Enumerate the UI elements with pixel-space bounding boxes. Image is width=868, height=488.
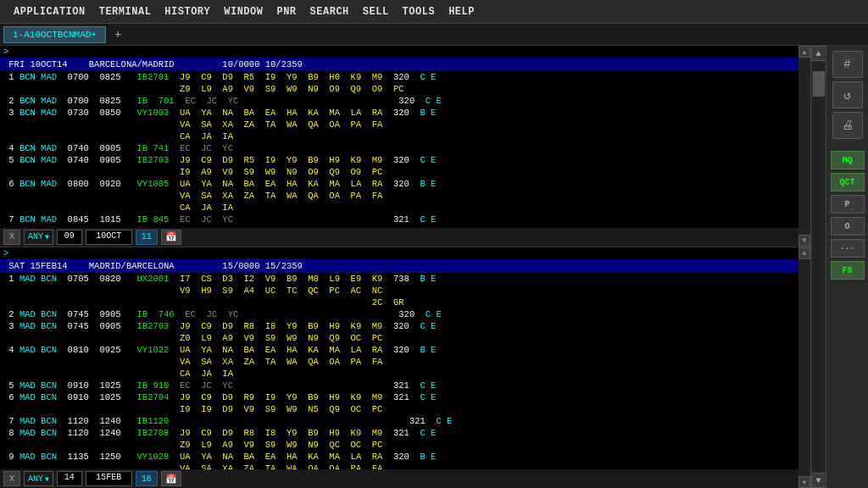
s2-line-3b: Z0 L9 A9 V9 S9 W9 N9 Q9 OC PC: [0, 332, 798, 344]
hashtag-icon[interactable]: #: [832, 51, 863, 78]
ellipsis-button[interactable]: ···: [831, 239, 865, 258]
section1-any-dropdown[interactable]: ANY ▼: [24, 230, 53, 245]
menu-pnr[interactable]: PNR: [270, 3, 303, 21]
section1-field2[interactable]: 11: [136, 230, 158, 245]
section2-prompt: >: [0, 247, 798, 259]
s2-line-6b: I9 I9 D9 V9 S9 W9 N5 Q9 OC PC: [0, 403, 798, 415]
s1-line-4: 4 BCN MAD 0740 0905 IB 741 EC JC YC: [0, 142, 798, 154]
p-button[interactable]: P: [831, 195, 865, 214]
print-icon[interactable]: 🖨: [832, 112, 863, 139]
section1-scrollbar[interactable]: ▲ ▼: [798, 46, 810, 247]
section2-date[interactable]: 15FEB: [86, 471, 132, 486]
menu-bar: APPLICATION TERMINAL HISTORY WINDOW PNR …: [0, 0, 868, 24]
section2-scroll-up[interactable]: ▲: [798, 247, 810, 259]
s2-line-9b: VA SA XA ZA TA WA QA OA PA FA: [0, 463, 798, 469]
scroll-down-button[interactable]: ▼: [811, 473, 826, 488]
section1-toolbar: X ANY ▼ 09 10OCT 11 📅: [0, 228, 798, 247]
fs-button[interactable]: FS: [831, 261, 865, 280]
section2-toolbar: X ANY ▼ 14 15FEB 16 📅: [0, 469, 798, 488]
s2-line-3: 3 MAD BCN 0745 0905 IB2703 J9 C9 D9 R8 I…: [0, 320, 798, 332]
tab-active[interactable]: 1-A10OCTBCNMAD+: [3, 26, 106, 43]
s1-line-6: 6 BCN MAD 0800 0920 VY1005 UA YA NA BA E…: [0, 178, 798, 190]
s1-line-3b: VA SA XA ZA TA WA QA OA PA FA: [0, 119, 798, 130]
s2-line-8b: Z9 L9 A9 V9 S9 W9 N9 QC OC PC: [0, 439, 798, 451]
s2-line-7: 7 MAD BCN 1120 1240 IB1120 321 C E: [0, 415, 798, 427]
section2-close-button[interactable]: X: [3, 471, 20, 486]
s2-line-5: 5 MAD BCN 0910 1025 IB 910 EC JC YC 321 …: [0, 380, 798, 391]
s2-line-6: 6 MAD BCN 0910 1025 IB2704 J9 C9 D9 R9 I…: [0, 391, 798, 403]
menu-terminal[interactable]: TERMINAL: [92, 3, 159, 21]
s1-line-6c: CA JA IA: [0, 202, 798, 214]
s2-line-8: 8 MAD BCN 1120 1240 IB2708 J9 C9 D9 R8 I…: [0, 427, 798, 439]
section2-any-dropdown[interactable]: ANY ▼: [24, 471, 53, 486]
s2-line-1: 1 MAD BCN 0705 0820 UX2001 I7 CS D3 I2 V…: [0, 273, 798, 285]
s2-line-1b: V9 H9 S9 A4 UC TC QC PC AC NC: [0, 285, 798, 297]
section1-close-button[interactable]: X: [3, 230, 20, 245]
section1-field1[interactable]: 09: [57, 230, 82, 245]
main-area: > FRI 10OCT14 BARCELONA/MADRID 10/0000 1…: [0, 46, 868, 488]
tab-add-button[interactable]: +: [108, 25, 128, 44]
menu-search[interactable]: SEARCH: [303, 3, 356, 21]
section2-field2[interactable]: 16: [136, 471, 158, 486]
section1-scroll-up[interactable]: ▲: [798, 46, 810, 58]
o-button[interactable]: O: [831, 217, 865, 236]
s1-line-1: 1 BCN MAD 0700 0825 IB2701 J9 C9 D9 R5 I…: [0, 71, 798, 83]
section1-scroll-down[interactable]: ▼: [798, 235, 810, 247]
mq-button[interactable]: MQ: [831, 151, 865, 169]
section1-header: FRI 10OCT14 BARCELONA/MADRID 10/0000 10/…: [0, 58, 798, 71]
section2-cal-button[interactable]: 📅: [161, 471, 181, 486]
s2-line-2: 2 MAD BCN 0745 0905 IB 746 EC JC YC 320 …: [0, 308, 798, 320]
content-area: > FRI 10OCT14 BARCELONA/MADRID 10/0000 1…: [0, 46, 810, 488]
menu-window[interactable]: WINDOW: [217, 3, 270, 21]
section2-header: SAT 15FEB14 MADRID/BARCELONA 15/0000 15/…: [0, 259, 798, 273]
section2-field1[interactable]: 14: [57, 471, 82, 486]
side-panel: # ↺ 🖨 MQ QCT P O ··· FS: [826, 46, 868, 488]
s2-line-1c: 2C GR: [0, 297, 798, 308]
section2-scroll-down[interactable]: ▼: [798, 476, 810, 488]
s2-line-4b: VA SA XA ZA TA WA QA OA PA FA: [0, 356, 798, 368]
s1-line-5b: I9 A9 V9 S9 W9 N9 O9 Q9 O9 PC: [0, 166, 798, 178]
s1-line-5: 5 BCN MAD 0740 0905 IB2703 J9 C9 D9 R5 I…: [0, 154, 798, 166]
s2-line-9: 9 MAD BCN 1135 1250 VY1028 UA YA NA BA E…: [0, 451, 798, 463]
menu-help[interactable]: HELP: [442, 3, 481, 21]
s2-line-4c: CA JA IA: [0, 368, 798, 380]
menu-sell[interactable]: SELL: [356, 3, 396, 21]
s2-line-4: 4 MAD BCN 0810 0925 VY1022 UA YA NA BA E…: [0, 344, 798, 356]
scroll-track[interactable]: [813, 63, 825, 471]
main-scrollbar[interactable]: ▲ ▼: [810, 46, 826, 488]
s1-line-3c: CA JA IA: [0, 130, 798, 142]
s1-line-1b: Z9 L9 A9 V9 S9 W9 N9 O9 Q9 O9 PC: [0, 83, 798, 95]
section1-date[interactable]: 10OCT: [86, 230, 132, 245]
scroll-up-button[interactable]: ▲: [811, 46, 826, 61]
section1-cal-button[interactable]: 📅: [161, 230, 181, 245]
s1-line-3: 3 BCN MAD 0730 0850 VY1003 UA YA NA BA E…: [0, 107, 798, 119]
section1-prompt: >: [0, 46, 798, 58]
s1-line-6b: VA SA XA ZA TA WA QA OA PA FA: [0, 190, 798, 202]
qct-button[interactable]: QCT: [831, 173, 865, 191]
s1-line-2: 2 BCN MAD 0700 0825 IB 701 EC JC YC 320 …: [0, 95, 798, 107]
refresh-icon[interactable]: ↺: [832, 81, 863, 108]
tab-bar: 1-A10OCTBCNMAD+ +: [0, 24, 868, 46]
scroll-thumb[interactable]: [813, 71, 825, 97]
s1-line-7: 7 BCN MAD 0845 1015 IB 845 EC JC YC 321 …: [0, 214, 798, 225]
menu-application[interactable]: APPLICATION: [7, 3, 92, 21]
menu-tools[interactable]: TOOLS: [396, 3, 442, 21]
menu-history[interactable]: HISTORY: [158, 3, 217, 21]
section2-scrollbar[interactable]: ▲ ▼: [798, 247, 810, 488]
